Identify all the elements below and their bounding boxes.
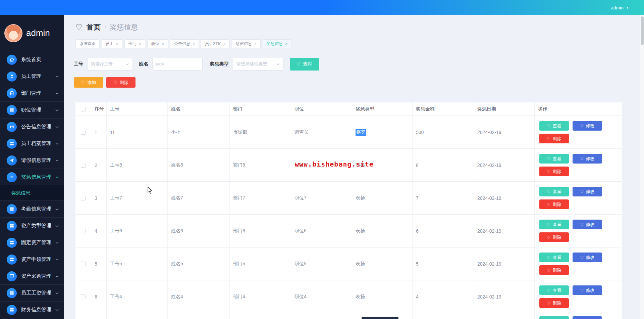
row-delete-button[interactable]: ♡删除 [539,199,569,209]
vertical-scrollbar-thumb[interactable] [641,16,644,45]
delete-button[interactable]: ♡ 删除 [106,77,136,88]
sidebar-item-leave-info-mgmt[interactable]: 请假信息管理 [0,152,64,169]
sidebar-item-employee-salary-mgmt[interactable]: 员工工资管理 [0,284,64,301]
sidebar-item-asset-purchase-mgmt[interactable]: 资产采购管理 [0,268,64,284]
view-button[interactable]: ♡查看 [539,187,569,196]
sidebar-item-finance-info-mgmt[interactable]: 财务信息管理 [0,301,64,318]
chevron-down-icon [55,75,59,79]
search-button[interactable]: ♡ 查询 [290,58,319,71]
sidebar-item-reward-punish-mgmt[interactable]: 奖惩信息管理 [0,169,64,185]
tab-5[interactable]: 员工档案 × [201,39,230,48]
grid-icon [7,105,17,115]
close-icon[interactable]: × [162,42,164,46]
horizontal-scrollbar-thumb[interactable] [362,317,398,319]
sidebar-item-fixed-asset-mgmt[interactable]: 固定资产管理 [0,234,64,251]
sidebar-item-asset-claim-mgmt[interactable]: 资产申领管理 [0,251,64,268]
close-icon[interactable]: × [116,42,118,46]
sidebar-item-employee-archive-mgmt[interactable]: 员工档案管理 [0,135,64,152]
emp-no-select[interactable]: 请选择工号 [87,58,133,71]
heart-icon: ♡ [580,189,584,194]
sidebar-item-attendance-mgmt[interactable]: 考勤信息管理 [0,200,64,217]
vertical-scrollbar[interactable] [640,15,644,319]
type-select[interactable]: 请选择奖惩类型 [233,58,284,71]
close-icon[interactable]: × [139,42,141,46]
selected-text: 嘉奖 [356,129,366,136]
row-delete-button[interactable]: ♡删除 [539,265,569,275]
cell-type: 表扬 [352,182,413,214]
user-menu[interactable]: admin ▼ [611,0,629,15]
sidebar-subitem-reward-info[interactable]: 奖惩信息 [0,185,64,200]
tab-2[interactable]: 部门 × [124,39,145,48]
edit-button[interactable]: ♡修改 [573,154,602,164]
chevron-down-icon [55,108,59,112]
send-icon [7,155,17,166]
tab-1[interactable]: 员工 × [102,39,122,48]
row-checkbox[interactable] [81,229,86,233]
name-input[interactable] [152,58,203,71]
cell-dept: 市场部 [230,116,291,148]
edit-button[interactable]: ♡修改 [573,121,602,131]
select-all-checkbox[interactable] [81,107,86,111]
sidebar-item-position-mgmt[interactable]: 职位管理 [0,101,64,118]
view-button[interactable]: ♡查看 [539,316,569,319]
row-delete-button[interactable]: ♡删除 [539,232,569,242]
cell-type: 表扬 [352,280,413,313]
grid-icon [7,221,17,231]
row-checkbox[interactable] [81,163,86,168]
cell-emp-no [107,313,168,319]
sidebar-item-employee-mgmt[interactable]: 员工管理 [0,68,64,85]
view-button[interactable]: ♡查看 [539,253,569,262]
tab-4[interactable]: 公告信息 × [170,39,199,48]
table-header: 序号工号姓名部门职位奖惩类型奖惩金额奖惩日期操作 [75,102,622,116]
sidebar-username: admin [26,15,50,51]
data-table: 序号工号姓名部门职位奖惩类型奖惩金额奖惩日期操作 1 11 小小 市场部 调查员… [75,102,622,319]
watermark: www.bishebang.site [295,160,374,168]
view-button[interactable]: ♡查看 [539,285,569,295]
chevron-down-icon [55,91,59,95]
cell-emp-no: 工号7 [107,182,168,214]
tab-7[interactable]: 奖惩信息 × [263,39,291,48]
home-icon [7,55,17,65]
chevron-down-icon [276,62,280,66]
tab-6[interactable]: 请假信息 × [232,39,261,48]
edit-button[interactable]: ♡修改 [573,220,602,229]
user-icon [7,72,17,82]
sidebar-item-label: 考勤信息管理 [21,206,55,212]
cell-name [168,313,230,319]
chevron-down-icon [55,258,59,262]
sidebar-item-announcement-mgmt[interactable]: 公告信息管理 [0,118,64,135]
filter-bar: 工号 请选择工号 姓名 奖惩类型 请选择奖惩类型 ♡ 查询 [74,58,319,71]
sidebar-item-label: 公告信息管理 [21,124,55,130]
view-button[interactable]: ♡查看 [539,220,569,229]
table-col-1: 工号 [107,102,168,116]
tab-3[interactable]: 职位 × [147,39,168,48]
chevron-down-icon [55,142,59,146]
row-delete-button[interactable]: ♡删除 [539,167,569,176]
close-icon[interactable]: × [193,42,195,46]
tab-0[interactable]: 系统首页 [75,39,100,48]
row-delete-button[interactable]: ♡删除 [539,134,569,143]
edit-button[interactable]: ♡修改 [573,253,602,262]
row-checkbox[interactable] [81,130,86,135]
edit-button[interactable]: ♡修改 [573,187,602,196]
edit-button[interactable]: ♡修改 [573,316,602,319]
cell-dept [230,313,291,319]
row-checkbox[interactable] [81,196,86,200]
close-icon[interactable]: × [254,42,257,46]
close-icon[interactable]: × [285,42,287,46]
edit-button[interactable]: ♡修改 [573,285,602,295]
chevron-down-icon [55,125,59,129]
add-button[interactable]: ♡ 添加 [74,77,103,88]
breadcrumb-home[interactable]: 首页 [87,22,101,32]
row-checkbox[interactable] [81,294,86,299]
type-label: 奖惩类型 [210,61,229,67]
row-delete-button[interactable]: ♡删除 [539,298,569,308]
row-checkbox[interactable] [81,262,86,266]
sidebar-item-system-home[interactable]: 系统首页 [0,51,64,68]
sidebar-item-department-mgmt[interactable]: 部门管理 [0,85,64,101]
avatar[interactable] [4,24,22,42]
sidebar-item-asset-type-mgmt[interactable]: 资产类型管理 [0,217,64,234]
view-button[interactable]: ♡查看 [539,121,569,131]
close-icon[interactable]: × [223,42,226,46]
view-button[interactable]: ♡查看 [539,154,569,164]
